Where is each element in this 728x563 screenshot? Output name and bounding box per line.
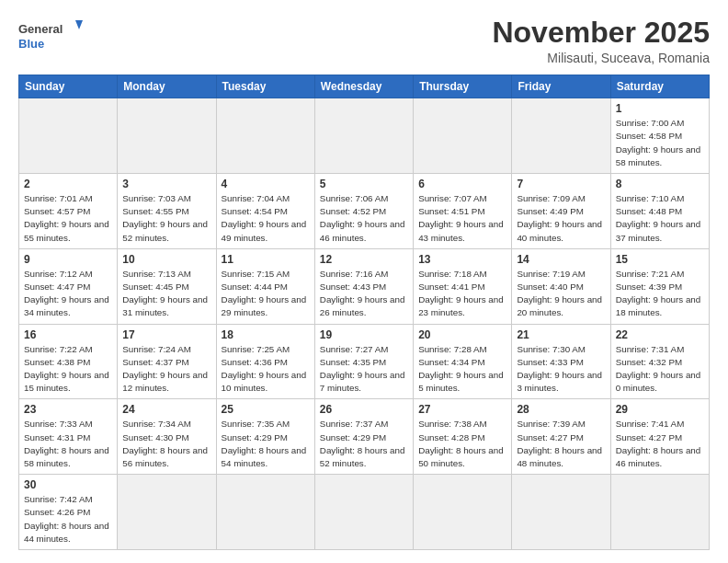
day-number: 14: [517, 253, 605, 266]
table-row: 8Sunrise: 7:10 AM Sunset: 4:48 PM Daylig…: [610, 174, 709, 249]
table-row: [118, 98, 216, 174]
day-info: Sunrise: 7:18 AM Sunset: 4:41 PM Dayligh…: [418, 268, 506, 320]
day-info: Sunrise: 7:25 AM Sunset: 4:36 PM Dayligh…: [222, 343, 310, 396]
table-row: [216, 475, 314, 550]
table-row: 26Sunrise: 7:37 AM Sunset: 4:29 PM Dayli…: [314, 399, 413, 475]
calendar-week-row: 1Sunrise: 7:00 AM Sunset: 4:58 PM Daylig…: [19, 98, 710, 174]
table-row: 15Sunrise: 7:21 AM Sunset: 4:39 PM Dayli…: [610, 248, 709, 324]
day-number: 5: [320, 178, 408, 190]
svg-marker-2: [75, 20, 83, 29]
month-title: November 2025: [492, 17, 710, 49]
table-row: 25Sunrise: 7:35 AM Sunset: 4:29 PM Dayli…: [216, 399, 314, 475]
day-info: Sunrise: 7:03 AM Sunset: 4:55 PM Dayligh…: [122, 192, 210, 245]
table-row: 9Sunrise: 7:12 AM Sunset: 4:47 PM Daylig…: [19, 248, 118, 324]
day-info: Sunrise: 7:12 AM Sunset: 4:47 PM Dayligh…: [24, 268, 112, 320]
day-info: Sunrise: 7:19 AM Sunset: 4:40 PM Dayligh…: [517, 268, 605, 320]
table-row: 10Sunrise: 7:13 AM Sunset: 4:45 PM Dayli…: [118, 248, 216, 324]
day-info: Sunrise: 7:09 AM Sunset: 4:49 PM Dayligh…: [517, 192, 605, 245]
header-tuesday: Tuesday: [216, 75, 314, 98]
day-number: 17: [122, 328, 210, 341]
day-info: Sunrise: 7:37 AM Sunset: 4:29 PM Dayligh…: [320, 418, 408, 470]
calendar-table: Sunday Monday Tuesday Wednesday Thursday…: [18, 75, 710, 550]
table-row: 3Sunrise: 7:03 AM Sunset: 4:55 PM Daylig…: [118, 174, 216, 249]
table-row: [216, 98, 314, 174]
calendar-page: General Blue November 2025 Milisauti, Su…: [0, 0, 728, 563]
table-row: [512, 475, 610, 550]
day-info: Sunrise: 7:41 AM Sunset: 4:27 PM Dayligh…: [616, 418, 704, 470]
calendar-week-row: 16Sunrise: 7:22 AM Sunset: 4:38 PM Dayli…: [19, 324, 710, 399]
table-row: 19Sunrise: 7:27 AM Sunset: 4:35 PM Dayli…: [314, 324, 413, 399]
svg-text:Blue: Blue: [18, 37, 44, 51]
day-number: 20: [418, 328, 506, 341]
table-row: 1Sunrise: 7:00 AM Sunset: 4:58 PM Daylig…: [610, 98, 709, 174]
table-row: 7Sunrise: 7:09 AM Sunset: 4:49 PM Daylig…: [512, 174, 610, 249]
day-number: 30: [24, 478, 112, 491]
table-row: [512, 98, 610, 174]
location: Milisauti, Suceava, Romania: [492, 51, 710, 65]
table-row: [19, 98, 118, 174]
table-row: 13Sunrise: 7:18 AM Sunset: 4:41 PM Dayli…: [414, 248, 512, 324]
table-row: [414, 98, 512, 174]
day-number: 8: [616, 178, 704, 190]
calendar-week-row: 30Sunrise: 7:42 AM Sunset: 4:26 PM Dayli…: [19, 475, 710, 550]
day-number: 3: [122, 178, 210, 190]
day-number: 15: [616, 253, 704, 266]
table-row: 18Sunrise: 7:25 AM Sunset: 4:36 PM Dayli…: [216, 324, 314, 399]
day-info: Sunrise: 7:39 AM Sunset: 4:27 PM Dayligh…: [517, 418, 605, 470]
day-number: 26: [320, 403, 408, 416]
table-row: 16Sunrise: 7:22 AM Sunset: 4:38 PM Dayli…: [19, 324, 118, 399]
day-info: Sunrise: 7:30 AM Sunset: 4:33 PM Dayligh…: [517, 343, 605, 396]
day-info: Sunrise: 7:31 AM Sunset: 4:32 PM Dayligh…: [616, 343, 704, 396]
day-info: Sunrise: 7:33 AM Sunset: 4:31 PM Dayligh…: [24, 418, 112, 470]
day-info: Sunrise: 7:10 AM Sunset: 4:48 PM Dayligh…: [616, 192, 704, 245]
day-number: 6: [418, 178, 506, 190]
table-row: 20Sunrise: 7:28 AM Sunset: 4:34 PM Dayli…: [414, 324, 512, 399]
table-row: 29Sunrise: 7:41 AM Sunset: 4:27 PM Dayli…: [610, 399, 709, 475]
day-info: Sunrise: 7:34 AM Sunset: 4:30 PM Dayligh…: [122, 418, 210, 470]
day-number: 11: [222, 253, 310, 266]
day-info: Sunrise: 7:28 AM Sunset: 4:34 PM Dayligh…: [418, 343, 506, 396]
day-info: Sunrise: 7:07 AM Sunset: 4:51 PM Dayligh…: [418, 192, 506, 245]
svg-text:General: General: [18, 22, 63, 36]
table-row: 28Sunrise: 7:39 AM Sunset: 4:27 PM Dayli…: [512, 399, 610, 475]
day-info: Sunrise: 7:13 AM Sunset: 4:45 PM Dayligh…: [122, 268, 210, 320]
table-row: 2Sunrise: 7:01 AM Sunset: 4:57 PM Daylig…: [19, 174, 118, 249]
day-info: Sunrise: 7:04 AM Sunset: 4:54 PM Dayligh…: [222, 192, 310, 245]
header-sunday: Sunday: [19, 75, 118, 98]
calendar-week-row: 2Sunrise: 7:01 AM Sunset: 4:57 PM Daylig…: [19, 174, 710, 249]
day-info: Sunrise: 7:16 AM Sunset: 4:43 PM Dayligh…: [320, 268, 408, 320]
day-info: Sunrise: 7:21 AM Sunset: 4:39 PM Dayligh…: [616, 268, 704, 320]
day-number: 9: [24, 253, 112, 266]
table-row: 12Sunrise: 7:16 AM Sunset: 4:43 PM Dayli…: [314, 248, 413, 324]
table-row: 21Sunrise: 7:30 AM Sunset: 4:33 PM Dayli…: [512, 324, 610, 399]
generalblue-logo-icon: General Blue: [18, 17, 83, 53]
table-row: 17Sunrise: 7:24 AM Sunset: 4:37 PM Dayli…: [118, 324, 216, 399]
day-number: 28: [517, 403, 605, 416]
table-row: 22Sunrise: 7:31 AM Sunset: 4:32 PM Dayli…: [610, 324, 709, 399]
day-number: 24: [122, 403, 210, 416]
table-row: 30Sunrise: 7:42 AM Sunset: 4:26 PM Dayli…: [19, 475, 118, 550]
table-row: 6Sunrise: 7:07 AM Sunset: 4:51 PM Daylig…: [414, 174, 512, 249]
day-info: Sunrise: 7:35 AM Sunset: 4:29 PM Dayligh…: [222, 418, 310, 470]
day-info: Sunrise: 7:22 AM Sunset: 4:38 PM Dayligh…: [24, 343, 112, 396]
day-number: 22: [616, 328, 704, 341]
day-info: Sunrise: 7:42 AM Sunset: 4:26 PM Dayligh…: [24, 493, 112, 546]
header-saturday: Saturday: [610, 75, 709, 98]
table-row: 27Sunrise: 7:38 AM Sunset: 4:28 PM Dayli…: [414, 399, 512, 475]
day-info: Sunrise: 7:00 AM Sunset: 4:58 PM Dayligh…: [616, 117, 704, 169]
day-number: 2: [24, 178, 112, 190]
table-row: 4Sunrise: 7:04 AM Sunset: 4:54 PM Daylig…: [216, 174, 314, 249]
day-number: 25: [222, 403, 310, 416]
day-number: 1: [616, 102, 704, 115]
day-number: 12: [320, 253, 408, 266]
table-row: [314, 98, 413, 174]
weekday-header-row: Sunday Monday Tuesday Wednesday Thursday…: [19, 75, 710, 98]
day-info: Sunrise: 7:06 AM Sunset: 4:52 PM Dayligh…: [320, 192, 408, 245]
day-number: 16: [24, 328, 112, 341]
day-info: Sunrise: 7:15 AM Sunset: 4:44 PM Dayligh…: [222, 268, 310, 320]
day-number: 13: [418, 253, 506, 266]
header-monday: Monday: [118, 75, 216, 98]
header: General Blue November 2025 Milisauti, Su…: [18, 17, 710, 65]
table-row: 14Sunrise: 7:19 AM Sunset: 4:40 PM Dayli…: [512, 248, 610, 324]
day-number: 7: [517, 178, 605, 190]
